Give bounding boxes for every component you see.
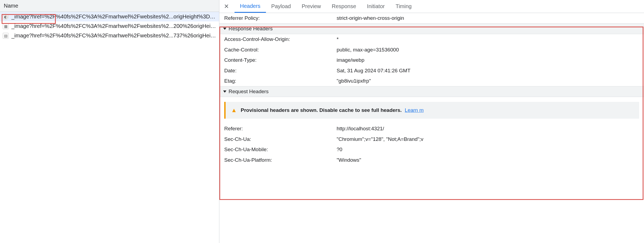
header-value: ?0: [337, 145, 342, 154]
tab-preview[interactable]: Preview: [296, 0, 326, 13]
learn-more-link[interactable]: Learn m: [405, 107, 424, 113]
request-list-panel: Name ◐ _image?href=%2F%40fs%2FC%3A%2Fmar…: [0, 0, 219, 243]
warning-icon: ▲: [231, 107, 237, 114]
tab-payload[interactable]: Payload: [266, 0, 296, 13]
tab-bar: ✕ Headers Payload Preview Response Initi…: [219, 0, 644, 13]
name-column-header[interactable]: Name: [0, 0, 219, 12]
detail-panel: ✕ Headers Payload Preview Response Initi…: [219, 0, 644, 243]
response-headers-section[interactable]: Response Headers: [219, 23, 644, 34]
request-name: _image?href=%2F%40fs%2FC%3A%2Fmarhwel%2F…: [11, 14, 216, 20]
header-row: Content-Type: image/webp: [219, 55, 644, 65]
header-row: Sec-Ch-Ua: "Chromium";v="128", "Not;A=Br…: [219, 134, 644, 144]
header-row: Referer: http://localhost:4321/: [219, 124, 644, 134]
header-row: Sec-Ch-Ua-Mobile: ?0: [219, 144, 644, 155]
header-key: Referer:: [224, 125, 337, 133]
request-list: ◐ _image?href=%2F%40fs%2FC%3A%2Fmarhwel%…: [0, 12, 219, 243]
tab-headers[interactable]: Headers: [235, 0, 266, 13]
header-key: Cache-Control:: [224, 46, 337, 54]
header-key: Referrer Policy:: [224, 14, 337, 22]
request-row[interactable]: ▦ _image?href=%2F%40fs%2FC%3A%2Fmarhwel%…: [0, 21, 219, 31]
header-row: Date: Sat, 31 Aug 2024 07:41:26 GMT: [219, 66, 644, 76]
header-value: http://localhost:4321/: [337, 125, 384, 133]
header-key: Sec-Ch-Ua-Platform:: [224, 156, 337, 164]
image-file-icon: ▤: [3, 33, 9, 39]
header-row: Referrer Policy: strict-origin-when-cros…: [219, 13, 644, 23]
header-row: Access-Control-Allow-Origin: *: [219, 34, 644, 44]
header-key: Sec-Ch-Ua-Mobile:: [224, 145, 337, 154]
tab-timing[interactable]: Timing: [390, 0, 417, 13]
header-value: *: [337, 35, 339, 43]
image-file-icon: ▦: [3, 23, 9, 29]
section-title: Response Headers: [229, 26, 273, 32]
request-name: _image?href=%2F%40fs%2FC%3A%2Fmarhwel%2F…: [11, 33, 216, 39]
tab-initiator[interactable]: Initiator: [362, 0, 390, 13]
header-key: Content-Type:: [224, 56, 337, 64]
header-value: public, max-age=31536000: [337, 46, 399, 54]
caret-down-icon: [223, 90, 226, 93]
request-name: _image?href=%2F%40fs%2FC%3A%2Fmarhwel%2F…: [11, 23, 216, 29]
header-key: Access-Control-Allow-Origin:: [224, 35, 337, 43]
header-key: Date:: [224, 67, 337, 75]
header-row: Sec-Ch-Ua-Platform: "Windows": [219, 155, 644, 165]
header-row: Cache-Control: public, max-age=31536000: [219, 45, 644, 55]
tab-response[interactable]: Response: [326, 0, 362, 13]
header-value: Sat, 31 Aug 2024 07:41:26 GMT: [337, 67, 411, 75]
headers-detail-body: Referrer Policy: strict-origin-when-cros…: [219, 13, 644, 243]
provisional-headers-warning: ▲ Provisional headers are shown. Disable…: [224, 102, 639, 119]
header-value: image/webp: [337, 56, 364, 64]
request-headers-section[interactable]: Request Headers: [219, 86, 644, 97]
close-icon[interactable]: ✕: [222, 2, 231, 11]
header-key: Etag:: [224, 77, 337, 85]
caret-down-icon: [223, 28, 226, 30]
request-row[interactable]: ◐ _image?href=%2F%40fs%2FC%3A%2Fmarhwel%…: [0, 12, 219, 21]
header-row: Etag: "gb8ivu1ipxfrp": [219, 76, 644, 86]
request-row[interactable]: ▤ _image?href=%2F%40fs%2FC%3A%2Fmarhwel%…: [0, 31, 219, 40]
header-value: "Windows": [337, 156, 361, 164]
image-file-icon: ◐: [3, 14, 9, 20]
header-key: Sec-Ch-Ua:: [224, 135, 337, 143]
header-value: "gb8ivu1ipxfrp": [337, 77, 371, 85]
section-title: Request Headers: [229, 89, 269, 95]
warning-text: Provisional headers are shown. Disable c…: [241, 107, 402, 113]
header-value: strict-origin-when-cross-origin: [337, 14, 404, 22]
header-value: "Chromium";v="128", "Not;A=Brand";v: [337, 135, 423, 143]
